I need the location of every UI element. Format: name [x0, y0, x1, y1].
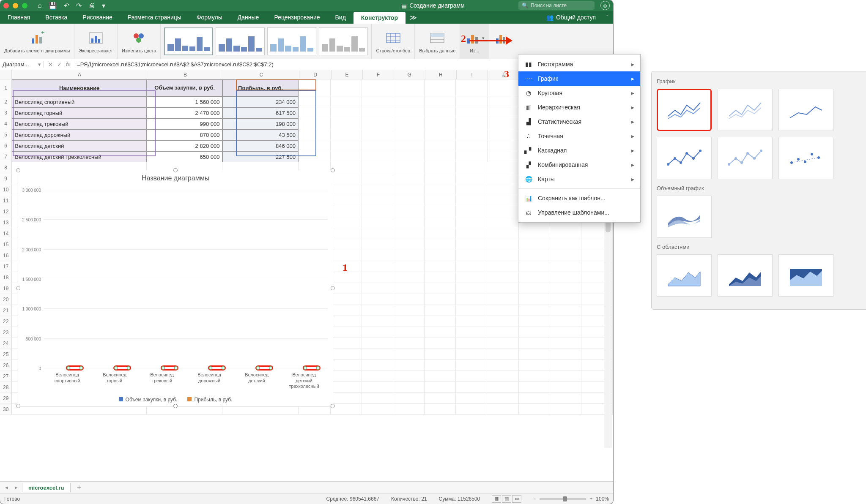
zoom-out-button[interactable]: − [533, 496, 536, 502]
share-button[interactable]: 👥Общий доступ [540, 11, 602, 24]
redo-icon[interactable]: ↷ [76, 2, 82, 10]
tab-page-layout[interactable]: Разметка страницы [120, 11, 189, 24]
menu-item-scatter[interactable]: ∴Точечная▸ [518, 129, 640, 143]
switch-row-column-button[interactable]: Строка/столбец [372, 24, 415, 59]
close-window-button[interactable] [3, 3, 9, 8]
qat-more-icon[interactable]: ▾ [102, 2, 105, 10]
tab-home[interactable]: Главная [0, 11, 38, 24]
tabs-overflow[interactable]: ≫ [406, 11, 421, 24]
column-chart-icon: ▮▮ [524, 61, 533, 68]
tab-draw[interactable]: Рисование [75, 11, 120, 24]
ribbon-tabs: Главная Вставка Рисование Разметка стран… [0, 11, 613, 24]
line-chart-option-2[interactable] [718, 89, 773, 131]
menu-item-manage-templates[interactable]: 🗂Управление шаблонами... [518, 205, 640, 220]
svg-point-39 [804, 161, 806, 163]
col-header-b[interactable]: B [147, 70, 223, 79]
col-header-g[interactable]: G [394, 70, 425, 79]
col-header-i[interactable]: I [457, 70, 488, 79]
line-chart-option-1[interactable] [657, 89, 712, 131]
chart-style-2[interactable] [216, 27, 265, 55]
tab-formulas[interactable]: Формулы [189, 11, 230, 24]
col-header-e[interactable]: E [332, 70, 363, 79]
quick-layout-button[interactable]: Экспресс-макет [74, 24, 118, 59]
minimize-window-button[interactable] [13, 3, 18, 8]
area-chart-option-2[interactable] [718, 254, 773, 297]
menu-item-save-template[interactable]: 📊Сохранить как шаблон... [518, 191, 640, 205]
col-header-f[interactable]: F [363, 70, 394, 79]
menu-item-histogram[interactable]: ▮▮Гистограмма▸ [518, 57, 640, 71]
chart-styles-gallery[interactable] [161, 24, 372, 59]
col-header-c[interactable]: C [223, 70, 299, 79]
menu-item-hierarchy[interactable]: ▥Иерархическая▸ [518, 100, 640, 114]
menu-item-statistical[interactable]: ▟Статистическая▸ [518, 114, 640, 129]
sheet-nav-next[interactable]: ▸ [12, 484, 20, 490]
tab-insert[interactable]: Вставка [38, 11, 75, 24]
accept-formula-icon[interactable]: ✓ [57, 61, 62, 68]
tab-view[interactable]: Вид [328, 11, 354, 24]
svg-rect-6 [95, 36, 97, 43]
scatter-icon: ∴ [524, 133, 533, 139]
svg-point-33 [740, 161, 743, 164]
zoom-slider[interactable] [540, 498, 586, 500]
save-icon[interactable]: 💾 [49, 2, 57, 10]
embedded-chart[interactable]: Название диаграммы 0500 0001 000 0001 50… [18, 170, 333, 406]
view-mode-buttons[interactable]: ▦▤▭ [492, 495, 521, 503]
col-header-d[interactable]: D [299, 70, 332, 79]
print-icon[interactable]: 🖨 [88, 2, 95, 9]
tab-chart-design[interactable]: Конструктор [354, 12, 406, 24]
cancel-formula-icon[interactable]: ✕ [48, 61, 53, 68]
fx-icon[interactable]: fx [66, 61, 70, 68]
menu-item-combo[interactable]: ▞Комбинированная▸ [518, 158, 640, 172]
col-header-h[interactable]: H [425, 70, 457, 79]
chart-legend[interactable]: Объем закупки, в руб. Прибыль, в руб. [18, 397, 333, 403]
tab-review[interactable]: Рецензирование [266, 11, 327, 24]
collapse-ribbon-button[interactable]: ˄ [602, 11, 613, 24]
add-sheet-button[interactable]: ＋ [72, 483, 86, 492]
search-input[interactable]: 🔍 Поиск на листе [518, 1, 595, 10]
line-chart-markers-3[interactable] [778, 137, 833, 179]
save-template-icon: 📊 [524, 195, 533, 202]
svg-rect-1 [36, 35, 38, 44]
status-average: Среднее: 960541,6667 [326, 496, 379, 502]
svg-point-36 [760, 150, 762, 152]
chevron-right-icon: ▸ [631, 133, 634, 139]
name-box[interactable]: Диаграм...▾ [0, 61, 44, 68]
user-account-button[interactable]: ☺ [600, 1, 610, 10]
sheet-tab-active[interactable]: microexcel.ru [22, 483, 71, 492]
col-header-j[interactable]: J [488, 70, 519, 79]
home-icon[interactable]: ⌂ [38, 2, 42, 9]
area-chart-option-3[interactable] [778, 254, 833, 297]
chevron-right-icon: ▸ [631, 104, 634, 111]
zoom-in-button[interactable]: + [589, 496, 592, 502]
line-3d-option[interactable] [657, 196, 712, 238]
chart-style-1[interactable] [164, 27, 213, 55]
area-chart-option-1[interactable] [657, 254, 712, 297]
sheet-nav-prev[interactable]: ◂ [3, 484, 11, 490]
add-chart-element-button[interactable]: + Добавить элемент диаграммы [0, 24, 74, 59]
undo-icon[interactable]: ↶ [64, 2, 69, 10]
menu-item-maps[interactable]: 🌐Карты▸ [518, 172, 640, 186]
svg-point-25 [667, 163, 669, 166]
chart-style-3[interactable] [267, 27, 316, 55]
zoom-control[interactable]: − + 100% [533, 496, 609, 502]
status-bar: Готово Среднее: 960541,6667 Количество: … [0, 493, 613, 504]
menu-item-waterfall[interactable]: ▖▘Каскадная▸ [518, 143, 640, 158]
chart-plot-area[interactable]: 0500 0001 000 0001 500 0002 000 0002 500… [44, 190, 328, 368]
select-data-button[interactable]: Выбрать данные [415, 24, 460, 59]
menu-item-line[interactable]: 〰График▸ [518, 71, 640, 86]
zoom-level: 100% [596, 496, 609, 502]
line-chart-icon: 〰 [524, 75, 533, 82]
col-header-a[interactable]: A [12, 70, 147, 79]
line-chart-option-3[interactable] [778, 89, 833, 131]
maximize-window-button[interactable] [22, 3, 27, 8]
change-colors-button[interactable]: Изменить цвета [118, 24, 161, 59]
tab-data[interactable]: Данные [230, 11, 267, 24]
share-icon: 👥 [546, 14, 554, 21]
line-chart-markers-2[interactable] [718, 137, 773, 179]
line-chart-markers-1[interactable] [657, 137, 712, 179]
svg-rect-11 [386, 33, 400, 43]
chevron-right-icon: ▸ [631, 147, 634, 154]
chart-style-4[interactable] [319, 27, 368, 55]
svg-rect-7 [98, 39, 100, 43]
menu-item-pie[interactable]: ◔Круговая▸ [518, 86, 640, 100]
